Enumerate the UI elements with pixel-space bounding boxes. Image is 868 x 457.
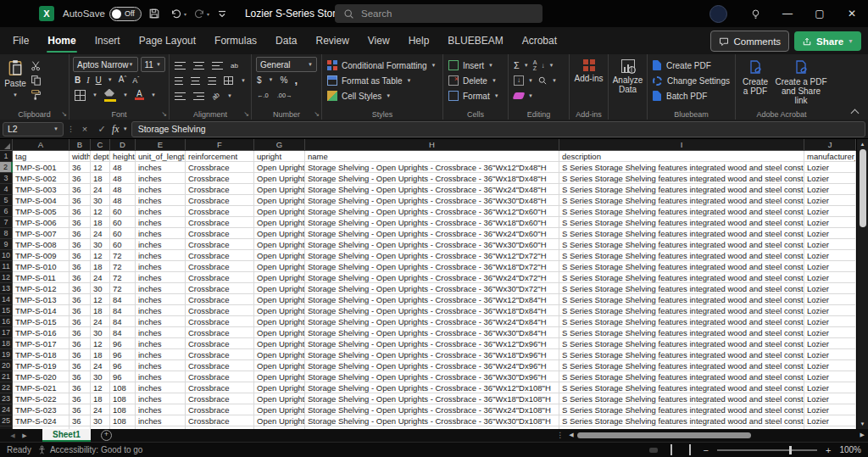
row-header-24[interactable]: 24 xyxy=(0,404,13,415)
cell-A4[interactable]: TMP-S-003 xyxy=(13,184,70,195)
cell-G19[interactable]: Open Uprights xyxy=(254,349,305,360)
cell-J21[interactable]: Lozier xyxy=(804,371,856,382)
fill-chevron[interactable]: ▼ xyxy=(528,78,533,83)
redo-dropdown-chevron[interactable]: ▾ xyxy=(207,11,209,17)
cell-I13[interactable]: S Series Storage Shelving features integ… xyxy=(559,283,804,294)
quick-access-toolbar-button[interactable] xyxy=(213,4,231,23)
cell-I15[interactable]: S Series Storage Shelving features integ… xyxy=(559,305,804,316)
cell-B11[interactable]: 36 xyxy=(70,261,91,272)
column-header-I[interactable]: I xyxy=(559,139,804,151)
cell-B14[interactable]: 36 xyxy=(70,294,91,305)
cell-B13[interactable]: 36 xyxy=(70,283,91,294)
cell-B1[interactable]: width xyxy=(70,151,91,162)
cell-G1[interactable]: upright xyxy=(254,151,305,162)
tab-insert[interactable]: Insert xyxy=(86,27,130,54)
cell-G13[interactable]: Open Uprights xyxy=(254,283,305,294)
cell-I25[interactable]: S Series Storage Shelving features integ… xyxy=(559,415,804,426)
tell-me-lightbulb-button[interactable] xyxy=(739,0,771,27)
cell-B23[interactable]: 36 xyxy=(70,393,91,404)
cell-G4[interactable]: Open Uprights xyxy=(254,184,305,195)
new-sheet-button[interactable]: + xyxy=(101,430,112,441)
undo-button[interactable] xyxy=(167,4,186,23)
decrease-font-size-button[interactable]: Aˇ xyxy=(132,75,139,85)
column-header-E[interactable]: E xyxy=(136,139,186,151)
cell-F19[interactable]: Crossbrace xyxy=(186,349,254,360)
row-header-13[interactable]: 13 xyxy=(0,283,13,294)
cell-C16[interactable]: 24 xyxy=(91,316,110,327)
change-settings-button[interactable]: Change Settings xyxy=(648,73,735,88)
cell-H13[interactable]: Storage Shelving - Open Uprights - Cross… xyxy=(305,283,559,294)
cell-G24[interactable]: Open Uprights xyxy=(254,404,305,415)
cell-H21[interactable]: Storage Shelving - Open Uprights - Cross… xyxy=(305,371,559,382)
increase-font-size-button[interactable]: A^ xyxy=(119,75,127,84)
align-left-icon[interactable] xyxy=(175,77,183,85)
cell-E3[interactable]: inches xyxy=(136,173,186,184)
cell-F6[interactable]: Crossbrace xyxy=(186,206,254,217)
borders-dropdown-chevron[interactable]: ▼ xyxy=(92,92,97,98)
cell-F20[interactable]: Crossbrace xyxy=(186,360,254,371)
cell-H20[interactable]: Storage Shelving - Open Uprights - Cross… xyxy=(305,360,559,371)
cell-H24[interactable]: Storage Shelving - Open Uprights - Cross… xyxy=(305,404,559,415)
close-button[interactable]: ✕ xyxy=(836,0,868,27)
zoom-out-button[interactable]: − xyxy=(704,445,709,455)
row-header-8[interactable]: 8 xyxy=(0,228,13,239)
cell-C5[interactable]: 30 xyxy=(91,195,110,206)
row-header-25[interactable]: 25 xyxy=(0,415,13,426)
comments-button[interactable]: Comments xyxy=(710,31,789,52)
row-header-21[interactable]: 21 xyxy=(0,371,13,382)
cell-I3[interactable]: S Series Storage Shelving features integ… xyxy=(559,173,804,184)
cell-J20[interactable]: Lozier xyxy=(804,360,856,371)
clipboard-dialog-launcher[interactable]: ↘ xyxy=(61,110,67,118)
page-layout-view-button[interactable] xyxy=(666,443,676,457)
paste-button[interactable]: Paste ▼ xyxy=(0,54,31,100)
row-header-9[interactable]: 9 xyxy=(0,239,13,250)
percent-style-button[interactable]: % xyxy=(281,75,288,85)
cell-C24[interactable]: 24 xyxy=(91,404,110,415)
cell-B21[interactable]: 36 xyxy=(70,371,91,382)
cell-A17[interactable]: TMP-S-016 xyxy=(13,327,70,338)
vertical-scroll-thumb[interactable] xyxy=(860,149,866,227)
column-header-H[interactable]: H xyxy=(305,139,559,151)
cell-G21[interactable]: Open Uprights xyxy=(254,371,305,382)
zoom-in-button[interactable]: + xyxy=(826,445,831,455)
cell-C13[interactable]: 30 xyxy=(91,283,110,294)
cell-G6[interactable]: Open Uprights xyxy=(254,206,305,217)
cell-H7[interactable]: Storage Shelving - Open Uprights - Cross… xyxy=(305,217,559,228)
formula-input[interactable]: Storage Shelving xyxy=(131,121,865,137)
increase-decimal-button[interactable]: ←.0 xyxy=(257,92,269,99)
scroll-right-arrow[interactable]: ▶ xyxy=(860,432,865,438)
cell-E10[interactable]: inches xyxy=(136,250,186,261)
format-painter-button[interactable] xyxy=(31,89,42,100)
find-select-button[interactable] xyxy=(537,75,548,86)
conditional-formatting-button[interactable]: Conditional Formatting ▼ xyxy=(322,58,442,73)
minimize-button[interactable]: — xyxy=(771,0,804,27)
cell-A20[interactable]: TMP-S-019 xyxy=(13,360,70,371)
cell-styles-button[interactable]: Cell Styles ▼ xyxy=(322,88,442,103)
cell-D19[interactable]: 96 xyxy=(110,349,136,360)
cell-E4[interactable]: inches xyxy=(136,184,186,195)
cell-I11[interactable]: S Series Storage Shelving features integ… xyxy=(559,261,804,272)
cell-D8[interactable]: 60 xyxy=(110,228,136,239)
cell-D3[interactable]: 48 xyxy=(110,173,136,184)
clear-chevron[interactable]: ▼ xyxy=(528,93,533,98)
name-box[interactable]: L2 ▼ xyxy=(3,122,64,137)
row-header-4[interactable]: 4 xyxy=(0,184,13,195)
cell-E16[interactable]: inches xyxy=(136,316,186,327)
cell-C12[interactable]: 24 xyxy=(91,272,110,283)
row-header-15[interactable]: 15 xyxy=(0,305,13,316)
undo-dropdown-chevron[interactable]: ▾ xyxy=(184,11,186,17)
collapse-ribbon-chevron[interactable] xyxy=(851,108,858,114)
addins-button[interactable]: Add-ins xyxy=(570,54,608,83)
cell-D21[interactable]: 96 xyxy=(110,371,136,382)
cell-E13[interactable]: inches xyxy=(136,283,186,294)
row-header-1[interactable]: 1 xyxy=(0,151,13,162)
cell-F21[interactable]: Crossbrace xyxy=(186,371,254,382)
cell-I4[interactable]: S Series Storage Shelving features integ… xyxy=(559,184,804,195)
cell-J10[interactable]: Lozier xyxy=(804,250,856,261)
cell-C2[interactable]: 12 xyxy=(91,162,110,173)
cell-A11[interactable]: TMP-S-010 xyxy=(13,261,70,272)
cell-D6[interactable]: 60 xyxy=(110,206,136,217)
column-header-A[interactable]: A xyxy=(13,139,70,151)
cell-C15[interactable]: 18 xyxy=(91,305,110,316)
column-header-B[interactable]: B xyxy=(70,139,91,151)
